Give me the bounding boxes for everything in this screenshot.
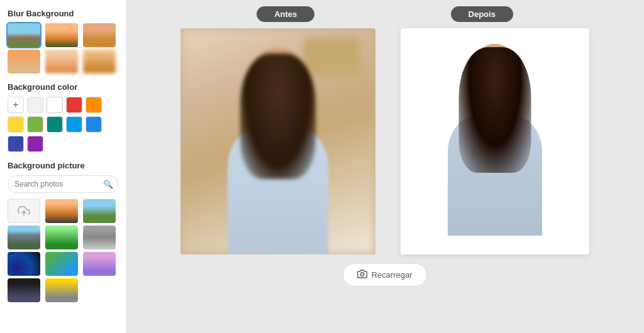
color-swatch-red[interactable] bbox=[66, 97, 82, 113]
color-swatch-teal[interactable] bbox=[47, 116, 63, 133]
woman-hair-after bbox=[459, 47, 531, 173]
cards-row: AiPhoto bbox=[180, 28, 589, 254]
blur-thumb-4[interactable] bbox=[8, 50, 40, 74]
woman-hair-before bbox=[240, 53, 316, 179]
bg-thumb-1[interactable] bbox=[45, 199, 78, 223]
color-swatch-blue[interactable] bbox=[86, 116, 102, 133]
picture-section-title: Background picture bbox=[8, 161, 118, 170]
labels-row: Antes Depois bbox=[126, 6, 644, 22]
blur-thumb-grid bbox=[8, 23, 118, 74]
bg-thumb-8[interactable] bbox=[83, 252, 116, 276]
reload-button[interactable]: Recarregar bbox=[343, 263, 426, 287]
bg-thumb-3[interactable] bbox=[8, 226, 40, 249]
sidebar: Blur Background Background color + Backg… bbox=[0, 0, 126, 333]
camera-icon bbox=[357, 269, 367, 281]
color-swatch-orange[interactable] bbox=[86, 97, 102, 113]
blur-thumb-6[interactable] bbox=[83, 50, 116, 74]
blur-thumb-3[interactable] bbox=[83, 23, 116, 47]
color-swatch-yellow[interactable] bbox=[8, 116, 24, 133]
add-color-swatch[interactable]: + bbox=[8, 97, 24, 113]
reload-label: Recarregar bbox=[371, 270, 412, 280]
bg-thumb-7[interactable] bbox=[45, 252, 78, 276]
main-area: Antes Depois bbox=[126, 0, 644, 333]
color-swatch-white[interactable] bbox=[47, 97, 63, 113]
color-swatch-lightgray[interactable] bbox=[27, 97, 43, 113]
blur-thumb-5[interactable] bbox=[45, 50, 78, 74]
blur-section-title: Blur Background bbox=[8, 9, 118, 18]
before-image bbox=[180, 28, 375, 254]
color-grid: + bbox=[8, 97, 118, 152]
bg-thumb-6[interactable] bbox=[8, 252, 40, 276]
woman-after-figure bbox=[426, 41, 564, 242]
antes-label[interactable]: Antes bbox=[257, 6, 314, 22]
search-input[interactable] bbox=[8, 175, 118, 193]
after-image bbox=[401, 28, 589, 254]
before-card bbox=[180, 28, 375, 254]
search-icon: 🔍 bbox=[103, 180, 113, 189]
bg-thumb-9[interactable] bbox=[8, 278, 40, 302]
blur-thumb-1[interactable] bbox=[8, 23, 40, 47]
after-card: AiPhoto bbox=[401, 28, 589, 254]
images-area: AiPhoto Recarregar bbox=[180, 28, 589, 287]
bg-thumb-10[interactable] bbox=[45, 278, 78, 302]
bg-thumb-5[interactable] bbox=[83, 226, 116, 249]
depois-label[interactable]: Depois bbox=[451, 6, 513, 22]
reload-row: Recarregar bbox=[343, 263, 426, 287]
search-wrap: 🔍 bbox=[8, 175, 118, 193]
color-swatch-green[interactable] bbox=[27, 116, 43, 133]
woman-before-figure bbox=[209, 41, 347, 254]
color-swatch-cyan[interactable] bbox=[66, 116, 82, 133]
bg-thumb-4[interactable] bbox=[45, 226, 78, 249]
color-swatch-navy[interactable] bbox=[8, 136, 24, 152]
bg-thumb-2[interactable] bbox=[83, 199, 116, 223]
color-swatch-purple[interactable] bbox=[27, 136, 43, 152]
color-section-title: Background color bbox=[8, 82, 118, 92]
bg-thumb-grid bbox=[8, 199, 118, 302]
svg-point-1 bbox=[361, 273, 364, 276]
upload-bg-thumb[interactable] bbox=[8, 199, 40, 223]
blur-thumb-2[interactable] bbox=[45, 23, 78, 47]
